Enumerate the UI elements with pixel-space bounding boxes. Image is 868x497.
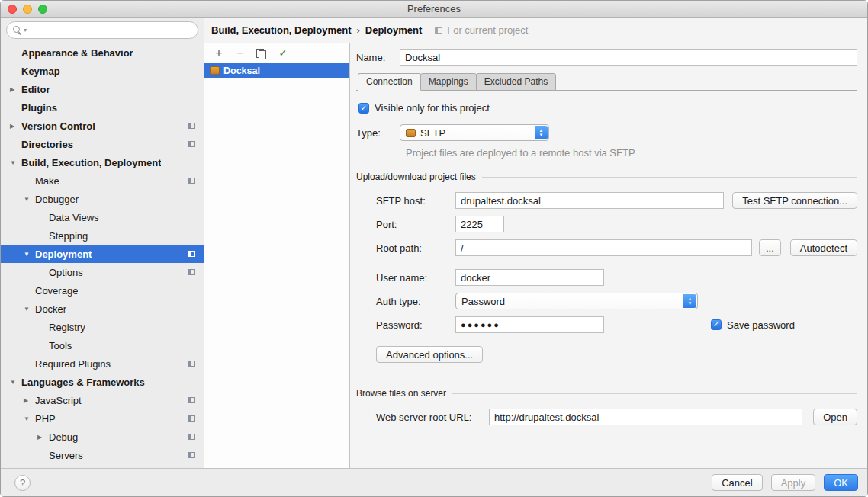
type-help-text: Project files are deployed to a remote h…	[406, 147, 857, 159]
expanded-arrow-icon[interactable]: ▼	[10, 379, 19, 386]
minimize-window-button[interactable]	[23, 5, 32, 14]
expanded-arrow-icon[interactable]: ▼	[24, 415, 33, 422]
apply-button[interactable]: Apply	[771, 474, 816, 491]
sidebar-item-debug[interactable]: ▶Debug	[1, 428, 204, 446]
per-project-icon	[187, 139, 196, 149]
collapsed-arrow-icon[interactable]: ▶	[24, 397, 33, 404]
sidebar-item-required-plugins[interactable]: Required Plugins	[1, 354, 204, 373]
sidebar-item-languages-frameworks[interactable]: ▼Languages & Frameworks	[1, 373, 204, 391]
port-input[interactable]	[455, 216, 504, 232]
sidebar-item-tools[interactable]: Tools	[1, 336, 204, 354]
collapsed-arrow-icon[interactable]: ▶	[10, 86, 19, 93]
save-password-label: Save password	[727, 319, 795, 331]
help-button[interactable]: ?	[14, 475, 31, 491]
sidebar-item-appearance-behavior[interactable]: Appearance & Behavior	[1, 43, 204, 62]
per-project-icon	[187, 121, 196, 130]
autodetect-button[interactable]: Autodetect	[790, 239, 857, 256]
tab-connection[interactable]: Connection	[358, 73, 421, 91]
sidebar-item-debugger[interactable]: ▼Debugger	[1, 190, 204, 208]
scope-indicator: For current project	[434, 24, 528, 36]
sidebar-item-version-control[interactable]: ▶Version Control	[1, 117, 204, 135]
per-project-icon	[187, 268, 196, 277]
browse-section-title: Browse files on server	[356, 388, 446, 399]
per-project-icon	[187, 414, 196, 423]
sidebar-item-editor[interactable]: ▶Editor	[1, 80, 204, 98]
name-input[interactable]	[400, 49, 857, 66]
titlebar: Preferences	[1, 1, 867, 18]
window-controls	[8, 5, 47, 14]
tab-mappings[interactable]: Mappings	[420, 73, 477, 91]
breadcrumb-item[interactable]: Build, Execution, Deployment	[211, 24, 351, 36]
ok-button[interactable]: OK	[824, 474, 858, 491]
password-label: Password:	[376, 319, 455, 331]
copy-icon[interactable]	[256, 47, 268, 59]
root-path-input[interactable]	[455, 239, 752, 256]
expanded-arrow-icon[interactable]: ▼	[10, 159, 19, 166]
window-title: Preferences	[1, 3, 867, 14]
sidebar-item-keymap[interactable]: Keymap	[1, 62, 204, 80]
password-input[interactable]	[455, 316, 604, 333]
sidebar-item-label: Make	[35, 175, 59, 187]
sidebar-item-plugins[interactable]: Plugins	[1, 98, 204, 117]
type-select[interactable]: SFTP ▲▼	[400, 124, 549, 141]
sidebar-item-php[interactable]: ▼PHP	[1, 409, 204, 428]
save-password-checkbox[interactable]: ✓	[711, 319, 722, 330]
browse-root-path-button[interactable]: ...	[759, 239, 781, 256]
breadcrumb-item[interactable]: Deployment	[365, 24, 422, 36]
test-sftp-connection-button[interactable]: Test SFTP connection...	[732, 192, 857, 209]
expanded-arrow-icon[interactable]: ▼	[24, 251, 33, 258]
collapsed-arrow-icon[interactable]: ▶	[10, 123, 19, 130]
sftp-host-input[interactable]	[455, 192, 724, 209]
sidebar-item-coverage[interactable]: Coverage	[1, 281, 204, 300]
sidebar-item-label: Tools	[49, 340, 72, 351]
sidebar-item-stepping[interactable]: Stepping	[1, 226, 204, 245]
cancel-button[interactable]: Cancel	[712, 474, 762, 491]
sidebar-item-label: Required Plugins	[35, 358, 111, 370]
advanced-options-button[interactable]: Advanced options...	[376, 346, 483, 363]
footer-buttons: Cancel Apply OK	[712, 474, 858, 491]
web-root-input[interactable]	[489, 409, 802, 425]
tab-excluded-paths[interactable]: Excluded Paths	[476, 73, 556, 91]
sidebar-item-deployment[interactable]: ▼Deployment	[1, 245, 204, 263]
use-as-default-icon[interactable]: ✓	[277, 47, 289, 59]
sidebar-item-registry[interactable]: Registry	[1, 318, 204, 336]
sidebar-item-directories[interactable]: Directories	[1, 135, 204, 153]
server-list-item[interactable]: Docksal	[204, 63, 349, 78]
search-input[interactable]	[28, 24, 191, 36]
sidebar-item-make[interactable]: Make	[1, 172, 204, 190]
sidebar-item-docker[interactable]: ▼Docker	[1, 300, 204, 318]
sidebar-item-javascript[interactable]: ▶JavaScript	[1, 391, 204, 409]
settings-sidebar: ▾ Appearance & BehaviorKeymap▶EditorPlug…	[1, 18, 204, 468]
user-name-input[interactable]	[455, 269, 604, 286]
auth-type-label: Auth type:	[376, 296, 455, 307]
visible-only-checkbox[interactable]: ✓	[358, 103, 369, 114]
close-window-button[interactable]	[8, 5, 17, 14]
collapsed-arrow-icon[interactable]: ▶	[37, 434, 47, 441]
sidebar-item-label: Docker	[35, 303, 66, 315]
breadcrumb: Build, Execution, Deployment›Deployment	[211, 24, 422, 36]
current-project-icon	[434, 26, 443, 35]
sidebar-item-label: Debugger	[35, 194, 79, 205]
open-button[interactable]: Open	[813, 409, 857, 425]
remove-icon[interactable]: −	[234, 47, 246, 59]
upload-section-title: Upload/download project files	[356, 172, 476, 182]
breadcrumb-bar: Build, Execution, Deployment›Deployment …	[204, 18, 867, 43]
auth-type-select[interactable]: Password ▲▼	[455, 293, 698, 309]
sidebar-item-label: Directories	[21, 139, 73, 150]
add-icon[interactable]: +	[213, 47, 225, 59]
expanded-arrow-icon[interactable]: ▼	[24, 306, 33, 313]
sidebar-item-build-execution-deployment[interactable]: ▼Build, Execution, Deployment	[1, 153, 204, 172]
sidebar-item-data-views[interactable]: Data Views	[1, 208, 204, 226]
sidebar-item-options[interactable]: Options	[1, 263, 204, 281]
zoom-window-button[interactable]	[38, 5, 47, 14]
visible-only-label: Visible only for this project	[375, 102, 490, 114]
search-options-caret-icon[interactable]: ▾	[24, 27, 27, 34]
settings-search-box[interactable]: ▾	[6, 21, 198, 39]
sidebar-item-label: PHP	[35, 413, 56, 425]
sidebar-item-servers[interactable]: Servers	[1, 446, 204, 464]
sidebar-item-label: Languages & Frameworks	[21, 377, 145, 388]
expanded-arrow-icon[interactable]: ▼	[24, 196, 33, 203]
server-panel: +−✓ Docksal	[204, 43, 350, 468]
per-project-icon	[187, 176, 196, 185]
per-project-icon	[187, 359, 196, 368]
